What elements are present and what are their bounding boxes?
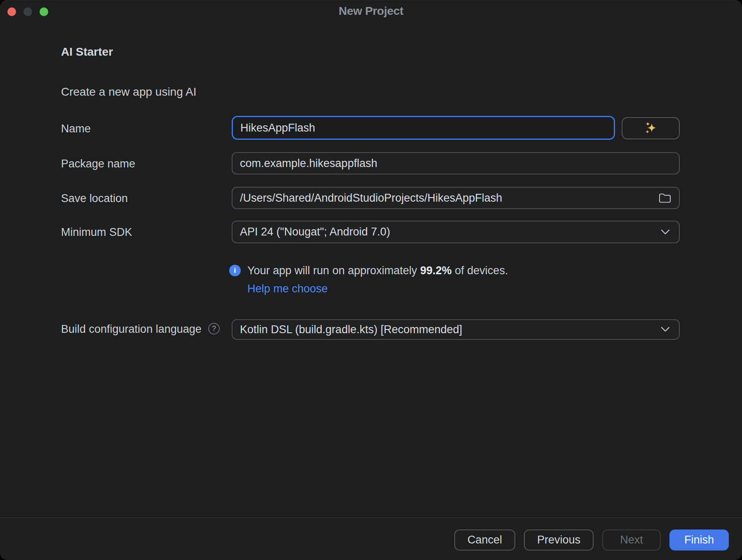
cancel-button[interactable]: Cancel: [454, 529, 515, 551]
name-input[interactable]: [232, 116, 615, 140]
minimum-sdk-dropdown[interactable]: API 24 ("Nougat"; Android 7.0): [232, 221, 680, 243]
sdk-note-percentage: 99.2%: [420, 264, 452, 277]
footer-button-bar: Cancel Previous Next Finish: [454, 529, 729, 551]
package-name-input[interactable]: [232, 152, 680, 174]
save-location-input[interactable]: [232, 187, 680, 209]
page-subtitle: Create a new app using AI: [61, 85, 196, 99]
help-me-choose-link[interactable]: Help me choose: [247, 282, 328, 295]
chevron-down-icon: [660, 326, 671, 333]
build-config-label: Build configuration language: [61, 323, 202, 335]
titlebar: New Project: [0, 0, 742, 22]
sdk-note-text: Your app will run on approximately 99.2%…: [247, 264, 508, 277]
ai-generate-name-button[interactable]: [622, 117, 680, 139]
save-location-field-group: [232, 187, 680, 209]
name-label: Name: [61, 122, 91, 135]
package-name-label: Package name: [61, 158, 135, 170]
sparkle-ai-icon: [642, 120, 660, 136]
next-button: Next: [602, 529, 661, 551]
finish-button[interactable]: Finish: [669, 529, 729, 551]
folder-icon: [658, 192, 672, 204]
minimum-sdk-label: Minimum SDK: [61, 226, 132, 238]
build-config-selected-value: Kotlin DSL (build.gradle.kts) [Recommend…: [240, 323, 462, 336]
save-location-label: Save location: [61, 192, 128, 205]
sdk-note-suffix: of devices.: [452, 264, 508, 277]
build-config-dropdown[interactable]: Kotlin DSL (build.gradle.kts) [Recommend…: [232, 319, 680, 340]
new-project-dialog: New Project AI Starter Create a new app …: [0, 0, 742, 560]
footer-divider: [0, 518, 742, 518]
page-title: AI Starter: [61, 45, 113, 59]
sdk-note-prefix: Your app will run on approximately: [247, 264, 420, 277]
previous-button[interactable]: Previous: [524, 529, 594, 551]
minimum-sdk-selected-value: API 24 ("Nougat"; Android 7.0): [240, 226, 390, 238]
chevron-down-icon: [660, 229, 671, 235]
window-title: New Project: [0, 5, 742, 18]
browse-folder-button[interactable]: [656, 190, 674, 206]
info-icon: i: [229, 265, 241, 276]
sdk-compatibility-note: i Your app will run on approximately 99.…: [229, 264, 508, 277]
question-mark-icon[interactable]: ?: [208, 323, 220, 334]
